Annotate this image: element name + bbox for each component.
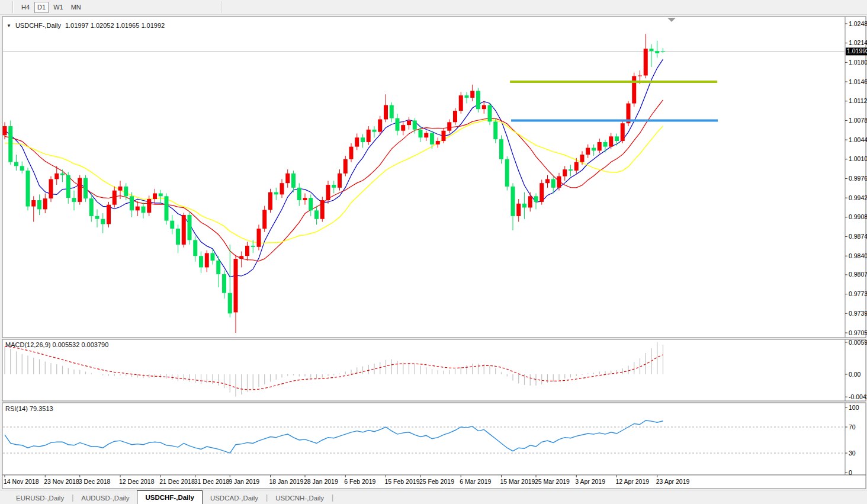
price-tick-label: 0.99080 xyxy=(849,213,867,220)
candle-body xyxy=(459,95,463,111)
candle-body xyxy=(396,118,400,131)
candle-body xyxy=(522,204,526,208)
candle-body xyxy=(205,253,209,267)
price-tick-label: 0.98070 xyxy=(849,271,867,278)
candle-body xyxy=(182,215,186,245)
tab-usdchf-daily[interactable]: USDCHF-,Daily xyxy=(137,490,202,504)
candle-body xyxy=(586,148,590,155)
candle-body xyxy=(569,169,573,171)
candle-body xyxy=(84,178,88,199)
price-tick-label: 0.99420 xyxy=(849,194,867,201)
candle-body xyxy=(424,133,428,138)
chevron-down-icon: ▼ xyxy=(7,22,11,30)
price-tick-label: 1.01120 xyxy=(849,97,867,104)
candle-body xyxy=(199,256,203,267)
price-tick-label: 1.01460 xyxy=(849,78,867,85)
candle-body xyxy=(147,199,151,213)
candle-body xyxy=(442,131,446,141)
candle-body xyxy=(401,125,405,131)
candle-body xyxy=(118,187,123,191)
rsi-tick-label: 0 xyxy=(849,469,852,476)
date-tick-label: 9 Jan 2019 xyxy=(229,478,259,485)
chart-symbol-label: USDCHF-,Daily xyxy=(15,22,61,30)
macd-tick-label: 0.005997 xyxy=(849,339,867,346)
candle-body xyxy=(447,122,451,130)
candle-body xyxy=(488,105,492,121)
price-tick-label: 0.97390 xyxy=(849,310,867,317)
candle-body xyxy=(211,253,215,260)
candle-body xyxy=(609,136,613,146)
rsi-pane xyxy=(2,403,866,475)
date-tick-label: 23 Apr 2019 xyxy=(656,478,690,485)
candle-body xyxy=(603,142,608,147)
candle-body xyxy=(326,185,330,200)
price-tick-label: 1.02140 xyxy=(849,39,867,46)
candle-body xyxy=(476,91,480,109)
candle-body xyxy=(78,178,82,202)
price-tick-label: 0.98400 xyxy=(849,252,867,259)
candle-body xyxy=(453,111,457,122)
candle-body xyxy=(37,200,41,209)
candle-body xyxy=(130,196,134,210)
price-tick-label: 0.97050 xyxy=(849,329,867,336)
candle-body xyxy=(54,174,59,179)
candle-body xyxy=(66,175,70,198)
symbol-tabbar: EURUSD-,Daily AUDUSD-,Daily USDCHF-,Dail… xyxy=(0,490,867,504)
candle-body xyxy=(228,293,232,314)
price-tick-label: 1.02480 xyxy=(849,20,867,27)
candle-body xyxy=(222,274,226,293)
tab-usdcad-daily[interactable]: USDCAD-,Daily xyxy=(203,492,266,504)
candle-body xyxy=(107,205,111,224)
date-tick-label: 12 Dec 2018 xyxy=(119,478,155,485)
candle-body xyxy=(436,141,440,145)
candle-body xyxy=(505,159,509,187)
candle-body xyxy=(170,221,174,229)
price-tick-label: 1.00780 xyxy=(849,117,867,124)
date-tick-label: 14 Nov 2018 xyxy=(4,478,39,485)
candle-body xyxy=(3,126,7,135)
chart-panes xyxy=(2,17,866,489)
candle-body xyxy=(72,198,76,202)
candle-body xyxy=(136,207,140,211)
tab-audusd-daily[interactable]: AUDUSD-,Daily xyxy=(73,492,137,504)
candle-body xyxy=(124,187,128,196)
price-chart-canvas[interactable]: 1.024801.021401.018001.014601.011201.007… xyxy=(0,0,867,504)
candle-body xyxy=(516,204,521,216)
candle-body xyxy=(20,166,24,171)
candle-body xyxy=(291,174,296,188)
candle-body xyxy=(113,191,117,205)
price-tick-label: 0.99760 xyxy=(849,175,867,182)
candle-body xyxy=(262,210,266,229)
candle-body xyxy=(644,49,648,75)
candle-body xyxy=(193,240,197,256)
candle-body xyxy=(165,196,169,220)
candle-body xyxy=(8,126,12,162)
candle-body xyxy=(320,200,325,219)
macd-tick-label: 0.00 xyxy=(849,371,861,378)
tab-usdcnh-daily[interactable]: USDCNH-,Daily xyxy=(268,492,332,504)
candle-body xyxy=(257,229,261,247)
candle-body xyxy=(638,75,642,76)
candle-body xyxy=(361,137,365,142)
candle-body xyxy=(632,76,636,103)
candle-body xyxy=(355,137,359,146)
candle-body xyxy=(95,216,99,219)
candle-body xyxy=(465,95,469,98)
date-tick-label: 3 Apr 2019 xyxy=(575,478,605,485)
date-tick-label: 6 Feb 2019 xyxy=(344,478,375,485)
date-tick-label: 15 Mar 2019 xyxy=(500,478,535,485)
candle-body xyxy=(245,246,249,256)
candle-body xyxy=(188,215,192,240)
date-tick-label: 28 Jan 2019 xyxy=(304,478,338,485)
candle-body xyxy=(153,193,157,199)
candle-body xyxy=(598,142,602,150)
candle-body xyxy=(303,198,307,200)
rsi-tick-label: 70 xyxy=(849,423,856,431)
tab-eurusd-daily[interactable]: EURUSD-,Daily xyxy=(8,492,72,504)
rsi-indicator-label: RSI(14) 79.3513 xyxy=(5,405,53,413)
date-tick-label: 15 Feb 2019 xyxy=(385,478,420,485)
candle-body xyxy=(343,159,348,174)
date-tick-label: 21 Dec 2018 xyxy=(159,478,195,485)
candle-body xyxy=(309,198,313,210)
candle-body xyxy=(49,179,53,198)
